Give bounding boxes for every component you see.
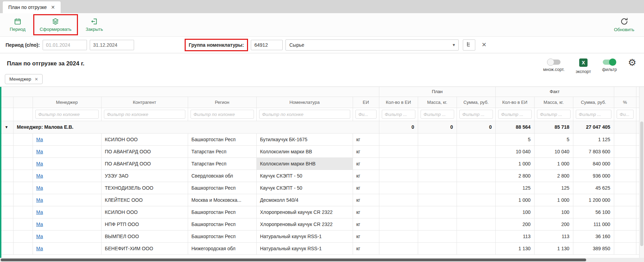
close-button[interactable]: Закрыть [81, 16, 107, 34]
filter-input-region[interactable] [191, 110, 254, 119]
column-header-plan-mass[interactable]: Масса, кг. [418, 97, 457, 108]
table-row[interactable]: Ма КЛЕЙТЕКС ООО Москва и Московска... Де… [0, 194, 639, 206]
gear-icon: ⚙ [628, 58, 636, 67]
column-header-plan-qty[interactable]: Кол-во в ЕИ [379, 97, 418, 108]
group-plan-qty: 0 [379, 121, 418, 133]
filter-input-unit[interactable] [355, 110, 377, 119]
manager-link[interactable]: Ма [36, 209, 43, 215]
column-header-contragent[interactable]: Контрагент [101, 97, 188, 108]
filter-input-manager[interactable] [35, 110, 99, 119]
export-excel-button[interactable]: X экспорт [576, 57, 591, 74]
table-row[interactable]: Ма ПО АВАНГАРД ООО Татарстан Респ Коллок… [0, 157, 639, 170]
settings-button[interactable]: ⚙ [628, 57, 636, 67]
nomenclature-cell: Натуральный каучук RSS-1 [256, 230, 353, 242]
tree-view-button[interactable] [463, 39, 475, 51]
filter-toggle[interactable]: фильтр [602, 57, 617, 72]
period-button[interactable]: Период [6, 16, 30, 34]
column-header-manager[interactable]: Менеджер [33, 97, 101, 108]
horizontal-scrollbar[interactable] [0, 258, 644, 262]
filter-input-fact-sum[interactable] [576, 110, 611, 119]
column-header-region[interactable]: Регион [188, 97, 256, 108]
manager-link[interactable]: Ма [36, 161, 43, 166]
filter-bar: Период (с/по): Группа номенклатуры: Сырь… [0, 37, 644, 53]
generate-button[interactable]: Сформировать [36, 16, 76, 34]
column-filter-row [0, 108, 639, 121]
filter-input-plan-mass[interactable] [421, 110, 454, 119]
grouping-chip[interactable]: Менеджер ✕ [5, 74, 43, 84]
table-row[interactable]: Ма ПО АВАНГАРД ООО Татарстан Респ Коллок… [0, 145, 639, 157]
filter-input-nomenclature[interactable] [259, 110, 350, 119]
fact-qty-cell: 125 [495, 182, 534, 194]
group-plan-mass: 0 [418, 121, 457, 133]
tab-close-icon[interactable]: ✕ [51, 4, 55, 10]
filter-input-fact-mass[interactable] [537, 110, 571, 119]
manager-link[interactable]: Ма [36, 149, 43, 154]
app-window: План по отгрузке ✕ Период [0, 0, 644, 262]
fact-mass-cell: 1 000 [534, 157, 573, 170]
table-row[interactable]: Ма УЗЭУ ЗАО Свердловская обл Каучук СКЭП… [0, 170, 639, 182]
region-cell: Татарстан Респ [188, 157, 256, 170]
manager-link[interactable]: Ма [36, 197, 43, 203]
manager-link[interactable]: Ма [36, 185, 43, 191]
refresh-button[interactable]: Обновить [610, 16, 638, 34]
manager-link[interactable]: Ма [36, 234, 43, 239]
report-header: План по отгрузке за 2024 г. множ.сорт. X… [0, 53, 644, 71]
region-cell: Башкортостан Респ [188, 206, 256, 218]
filter-input-fact-qty[interactable] [498, 110, 532, 119]
fact-mass-cell: 100 [534, 206, 573, 218]
multisort-label: множ.сорт. [543, 67, 565, 72]
chip-close-icon[interactable]: ✕ [35, 77, 38, 82]
unit-cell: кг [353, 242, 379, 254]
group-row[interactable]: ▼ Менеджер: Малова Е.В. 0 0 0 88 564 85 … [0, 121, 639, 133]
horizontal-scrollbar-thumb[interactable] [1, 259, 586, 261]
manager-link[interactable]: Ма [36, 222, 43, 227]
table-row[interactable]: Ма КСИЛОН ООО Башкортостан Респ Бутилкау… [0, 133, 639, 145]
manager-link[interactable]: Ма [36, 246, 43, 251]
vertical-scrollbar[interactable] [639, 87, 644, 258]
fact-qty-cell: 100 [495, 206, 534, 218]
nomenclature-group-select[interactable]: Сырье ▾ [285, 39, 459, 51]
fact-qty-cell: 5 [495, 133, 534, 145]
column-header-fact-qty[interactable]: Кол-во в ЕИ [495, 97, 534, 108]
column-header-fact-mass[interactable]: Масса, кг. [534, 97, 573, 108]
clear-group-button[interactable]: ✕ [482, 41, 486, 48]
contragent-cell: ВЫМПЕЛ ООО [101, 230, 188, 242]
vertical-scrollbar-thumb[interactable] [640, 121, 643, 246]
grouping-chip-label: Менеджер [9, 76, 31, 82]
tab-shipment-plan[interactable]: План по отгрузке ✕ [3, 1, 61, 13]
column-header-unit[interactable]: ЕИ [353, 97, 379, 108]
column-header-nomenclature[interactable]: Номенклатура [256, 97, 353, 108]
fact-mass-cell: 2 800 [534, 170, 573, 182]
filter-input-plan-sum[interactable] [459, 110, 493, 119]
column-header-fact-sum[interactable]: Сумма, руб. [573, 97, 614, 108]
table-row[interactable]: Ма ВЫМПЕЛ ООО Башкортостан Респ Натураль… [0, 230, 639, 242]
table-row[interactable]: Ма БЕНЕФИТ-ХИМ ООО Нижегородская обл Нат… [0, 242, 639, 254]
multisort-toggle[interactable]: множ.сорт. [543, 57, 565, 72]
table-row[interactable]: Ма НПФ РТП ООО Башкортостан Респ Хлоропр… [0, 218, 639, 230]
manager-link[interactable]: Ма [36, 173, 43, 179]
group-code-input[interactable] [251, 40, 283, 50]
export-label: экспорт [576, 69, 591, 74]
group-fact-mass: 85 718 [534, 121, 573, 133]
group-row-label: Менеджер: Малова Е.В. [13, 121, 379, 133]
column-header-plan-sum[interactable]: Сумма, руб. [457, 97, 495, 108]
fact-mass-cell: 5 [534, 133, 573, 145]
unit-cell: кг [353, 145, 379, 157]
region-cell: Башкортостан Респ [188, 218, 256, 230]
table-row[interactable]: Ма КСИЛОН ООО Башкортостан Респ Хлоропре… [0, 206, 639, 218]
filter-input-percent[interactable] [617, 110, 634, 119]
table-row[interactable]: Ма ТЕХНОДИЗЕЛЬ ООО Башкортостан Респ Кау… [0, 182, 639, 194]
column-header-percent[interactable]: % [614, 97, 636, 108]
plan-band-header: План [379, 87, 495, 97]
filter-input-contragent[interactable] [104, 110, 185, 119]
group-expand-icon[interactable]: ▼ [5, 125, 8, 129]
manager-link[interactable]: Ма [36, 137, 43, 142]
nomenclature-cell: Каучук СКЭПТ - 50 [256, 182, 353, 194]
shipment-table: План Факт Менеджер Контрагент Регион Ном… [0, 87, 639, 255]
date-from-input[interactable] [43, 40, 87, 50]
filter-input-plan-qty[interactable] [382, 110, 415, 119]
annotation-box-generate: Сформировать [33, 14, 78, 35]
layers-icon [52, 18, 59, 25]
date-to-input[interactable] [90, 40, 134, 50]
fact-qty-cell: 1 130 [495, 242, 534, 254]
